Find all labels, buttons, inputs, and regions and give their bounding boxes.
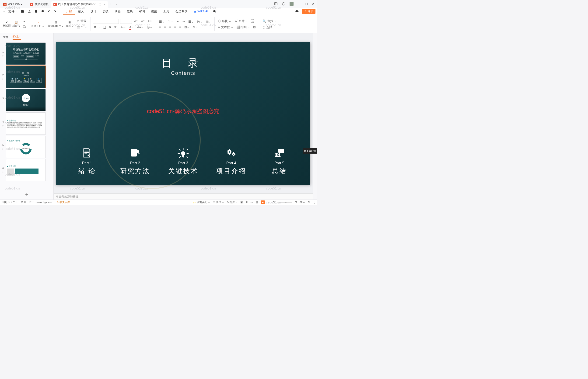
columns-icon[interactable]: ▥⌄ [205, 19, 212, 24]
menutab-design[interactable]: 设计 [87, 8, 99, 15]
copy-icon[interactable]: ⿻ [22, 25, 27, 29]
textbox-button[interactable]: A̲ 文本框 ⌄ [217, 25, 234, 30]
template-source[interactable]: 🏷 第一PPT，www.1ppt.com [20, 201, 53, 204]
comments-toggle[interactable]: ✎ 批注 ⌄ [227, 201, 237, 204]
shape-button[interactable]: ◇ 形状 ⌄ [217, 19, 232, 24]
bullets-icon[interactable]: ☰⌄ [158, 19, 166, 24]
search-icon[interactable] [211, 10, 218, 13]
layout-button[interactable]: ▦版式 ⌄ [65, 20, 74, 28]
ime-indicator[interactable]: CH ⌨ 简 [303, 148, 317, 154]
align-center-icon[interactable]: ≡ [163, 25, 167, 29]
thumb-row[interactable]: 3☆ 📄Part 1绪 论 [0, 89, 53, 112]
menutab-transition[interactable]: 切换 [100, 8, 111, 15]
align-distribute-icon[interactable]: ≡ [178, 25, 182, 29]
zoom-slider[interactable]: ———○—— [277, 201, 292, 204]
group-icon[interactable]: ⿺ [250, 19, 255, 23]
play-dropdown[interactable]: ⌄ [268, 201, 270, 204]
share-button[interactable]: ⇪ 分享 [302, 9, 316, 14]
zoom-in-icon[interactable]: ⊞ [295, 201, 297, 204]
indent-left-icon[interactable]: ⇤ [176, 19, 180, 24]
format-brush-button[interactable]: 🖌格式刷 [2, 20, 11, 28]
play-button[interactable]: ▶ [261, 201, 265, 204]
redo-icon[interactable]: ↷ [52, 10, 58, 13]
menutab-vip[interactable]: 会员专享 [172, 8, 190, 15]
slide-canvas[interactable]: 目 录 Contents code51.cn-源码乐园盗图必究 Part 1 绪… [56, 42, 310, 185]
menutab-insert[interactable]: 插入 [75, 8, 87, 15]
strike-icon[interactable]: S̶ [108, 25, 112, 29]
preview-icon[interactable] [40, 10, 46, 13]
close-window-button[interactable]: ✕ [312, 2, 315, 6]
slideshow-view-icon[interactable]: ▤ [255, 201, 258, 204]
fullscreen-icon[interactable]: ⛶ [312, 201, 315, 204]
zoom-level[interactable]: 89% [300, 201, 305, 204]
export-icon[interactable] [26, 10, 33, 13]
reset-button[interactable]: ⟲ 重置 [76, 19, 87, 24]
picture-button[interactable]: 🖼 图片 ⌄ [234, 19, 249, 24]
menutab-view[interactable]: 视图 [148, 8, 160, 15]
notes-input[interactable]: 单击此处添加备注 [54, 193, 313, 200]
menutab-slideshow[interactable]: 放映 [124, 8, 135, 15]
user-avatar[interactable] [290, 2, 294, 6]
tab-options-button[interactable]: ⌄ [114, 2, 120, 5]
thumb-row[interactable]: 5☆ ▸ 主题技术介绍主要技术介绍 [0, 135, 53, 158]
file-menu[interactable]: 文件 ⌄ [7, 9, 19, 14]
select-button[interactable]: ⬚ 选择 ⌄ [262, 25, 276, 30]
tab-document[interactable]: P 线上教育培训办公系统答辩PP... ⬚ × [51, 1, 108, 8]
underline-icon[interactable]: U [103, 25, 107, 29]
paste-button[interactable]: 📋粘贴 ⌄ [11, 20, 21, 28]
box-icon[interactable] [282, 2, 285, 6]
font-color-icon[interactable]: A⌄ [128, 25, 135, 29]
menutab-start[interactable]: 开始 [63, 8, 75, 15]
align-right-icon[interactable]: ≡ [168, 25, 172, 29]
undo-icon[interactable]: ↶ [46, 10, 52, 13]
decrease-font-icon[interactable]: A⁻ [140, 19, 146, 23]
thumb-row[interactable]: 4☆ ▸ 选题动态通过对当前技术现状、学术研究现状的调研分析，结合个人四年学习成… [0, 112, 53, 135]
text-direction-icon[interactable]: I̲A̲⌄ [196, 19, 203, 24]
tab-template[interactable]: 找稻壳模板 [28, 1, 51, 8]
align-left-icon[interactable]: ≡ [158, 25, 162, 29]
rotate-text-icon[interactable]: ⟳⌄ [192, 25, 199, 29]
numbering-icon[interactable]: ⒈⌄ [167, 19, 174, 24]
arrange-button[interactable]: ▦ 排列 ⌄ [236, 25, 251, 30]
highlight-icon[interactable]: A▪⌄ [119, 25, 127, 29]
section-button[interactable]: ▤ 节 ⌄ [76, 25, 88, 30]
notes-toggle[interactable]: ☰ 备注 ⌄ [213, 201, 224, 204]
normal-view-icon[interactable]: ▣ [240, 201, 243, 204]
align-icon[interactable]: ⊟ [252, 25, 257, 29]
indent-right-icon[interactable]: ⇥ [182, 19, 186, 24]
sorter-view-icon[interactable]: ⊞ [245, 201, 248, 204]
superscript-icon[interactable]: X² [113, 25, 118, 29]
zoom-out-icon[interactable]: ⊟ [272, 201, 275, 204]
clear-format-icon[interactable]: ⌫ [147, 19, 153, 23]
cut-icon[interactable]: ✂ [22, 19, 27, 24]
new-slide-button[interactable]: ▥新建幻灯片 ⌄ [47, 20, 65, 28]
outline-tab[interactable]: 大纲 [3, 35, 8, 39]
font-effect-icon[interactable]: ㊥⌄ [146, 25, 153, 30]
bold-icon[interactable]: B [93, 25, 97, 29]
fit-icon[interactable]: ⊡ [307, 201, 310, 204]
slides-tab[interactable]: 幻灯片 [13, 35, 21, 40]
panel-chevron-icon[interactable]: ⌄ [48, 36, 51, 39]
print-icon[interactable] [33, 10, 39, 13]
add-slide-button[interactable]: + [0, 190, 53, 200]
menu-icon[interactable]: ≡ [2, 10, 7, 13]
menutab-animation[interactable]: 动画 [112, 8, 123, 15]
beautify-button[interactable]: ✨ 智能美化 ⌄ [193, 201, 210, 204]
reading-view-icon[interactable]: ▭ [250, 201, 253, 204]
minimize-button[interactable]: — [298, 2, 301, 6]
menutab-tools[interactable]: 工具 [160, 8, 172, 15]
workspace-icon[interactable] [274, 2, 278, 6]
font-size-select[interactable] [120, 19, 132, 24]
align-justify-icon[interactable]: ≡ [173, 25, 177, 29]
thumb-row[interactable]: 6☆ ▸ 研究方法 [0, 158, 53, 182]
tab-home[interactable]: WPS Office [1, 1, 28, 8]
font-family-select[interactable] [93, 19, 119, 24]
increase-font-icon[interactable]: A⁺ [133, 19, 139, 23]
find-button[interactable]: 🔍 查找 ⌄ [262, 19, 277, 24]
thumb-row[interactable]: 2☆ 目 录Contents📄Part1绪论🔍Part2研究方法💡Part3关键… [0, 65, 53, 89]
from-current-button[interactable]: ▷当页开始 ⌄ [30, 20, 45, 28]
italic-icon[interactable]: I [99, 25, 101, 29]
line-spacing-icon[interactable]: ☰⌄ [187, 19, 195, 24]
valign-icon[interactable]: ⊟⌄ [184, 25, 190, 29]
save-icon[interactable] [19, 10, 26, 13]
